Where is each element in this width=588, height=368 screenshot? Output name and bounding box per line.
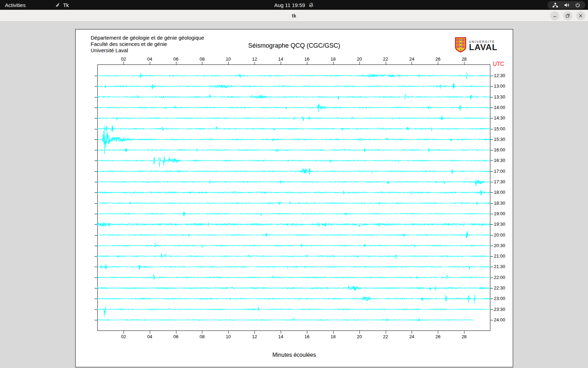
x-tick-top [254,62,255,64]
x-tick-top [176,62,176,64]
x-tick-label-top: 16 [304,56,309,62]
row-tick-right [490,224,493,225]
row-tick-right [490,118,493,118]
utc-time-label: 16:00 [494,147,505,152]
row-tick-left [94,309,97,310]
row-tick-left [94,150,97,150]
row-tick-left [94,267,97,267]
utc-time-label: 16:30 [494,158,505,163]
window-titlebar[interactable]: tk [0,10,588,22]
activities-button[interactable]: Activities [0,0,30,10]
x-tick-label-top: 24 [409,56,414,62]
utc-time-label: 20:00 [494,232,505,238]
x-tick-top [150,62,150,64]
x-tick-label-bottom: 22 [383,334,388,339]
x-tick-bottom [412,331,412,334]
row-tick-right [490,278,493,278]
close-button[interactable] [576,11,585,20]
row-tick-left [94,246,97,246]
row-tick-right [490,203,493,204]
minimize-button[interactable] [550,11,559,20]
utc-time-label: 19:30 [494,222,505,227]
utc-time-label: 13:00 [494,83,505,89]
x-tick-top [228,62,229,64]
x-tick-top [464,62,464,64]
utc-time-label: 17:30 [494,179,505,184]
row-tick-right [490,86,493,87]
row-tick-right [490,309,493,310]
utc-time-label: 20:30 [494,243,505,248]
row-tick-left [94,182,97,182]
utc-time-label: 14:00 [494,105,505,110]
x-tick-top [412,62,412,64]
row-tick-right [490,267,493,267]
header-line-1: Département de géologie et de génie géol… [91,35,204,41]
row-tick-right [490,97,493,97]
clock-button[interactable]: Aug 11 19:59 [274,0,314,10]
x-tick-bottom [228,331,229,334]
x-tick-label-bottom: 12 [252,334,257,339]
volume-icon [564,2,569,8]
x-tick-bottom [281,331,281,334]
row-tick-left [94,278,97,278]
seismograph-canvas: Département de géologie et de génie géol… [75,29,513,367]
row-tick-left [94,192,97,193]
row-tick-left [94,129,97,129]
x-tick-label-top: 08 [200,56,204,62]
row-tick-left [94,161,97,161]
focused-app-label: Tk [63,2,69,8]
x-tick-label-bottom: 24 [409,334,414,339]
focused-app-menu[interactable]: Tk [55,2,69,8]
restore-button[interactable] [563,11,572,20]
x-tick-bottom [307,331,307,334]
row-tick-left [94,139,97,140]
row-tick-left [94,320,97,320]
x-tick-top [359,62,360,64]
row-tick-left [94,76,97,76]
x-tick-label-bottom: 26 [435,334,440,339]
laval-shield-icon [455,37,467,54]
x-tick-bottom [202,331,202,334]
row-tick-right [490,320,493,320]
utc-time-label: 21:00 [494,253,505,259]
x-tick-label-bottom: 08 [200,334,204,339]
utc-time-label: 18:00 [494,190,505,195]
utc-time-label: 13:30 [494,94,505,100]
row-tick-left [94,256,97,257]
x-tick-top [307,62,307,64]
row-tick-right [490,288,493,288]
notifications-off-icon [309,2,314,8]
x-tick-top [438,62,438,64]
row-tick-right [490,129,493,129]
row-tick-right [490,246,493,246]
x-tick-label-bottom: 14 [278,334,283,339]
row-tick-left [94,214,97,214]
window-title: tk [0,10,588,22]
x-tick-label-bottom: 02 [121,334,126,339]
row-tick-right [490,161,493,161]
row-tick-right [490,171,493,172]
row-tick-right [490,192,493,193]
utc-time-label: 19:00 [494,211,505,216]
row-tick-left [94,108,97,108]
desktop: Activities Tk Aug 11 19:59 [0,0,588,368]
x-tick-top [281,62,281,64]
row-tick-left [94,203,97,204]
utc-time-label: 22:00 [494,275,505,280]
x-tick-top [333,62,334,64]
system-tray[interactable] [547,1,585,9]
logo-laval-text: LAVAL [469,43,497,51]
utc-time-label: 17:00 [494,169,505,174]
utc-time-label: 23:00 [494,296,505,301]
utc-time-label: 15:00 [494,126,505,131]
x-tick-bottom [333,331,334,334]
seismogram-traces [97,64,490,331]
utc-time-label: 12:30 [494,73,505,78]
x-tick-label-top: 12 [252,56,257,62]
x-tick-label-top: 14 [278,56,283,62]
utc-time-label: 21:30 [494,264,505,269]
power-icon [575,2,580,8]
x-tick-top [124,62,124,64]
plot-title: Séismographe QCQ (CGC/GSC) [76,42,513,49]
x-tick-label-bottom: 06 [173,334,178,339]
